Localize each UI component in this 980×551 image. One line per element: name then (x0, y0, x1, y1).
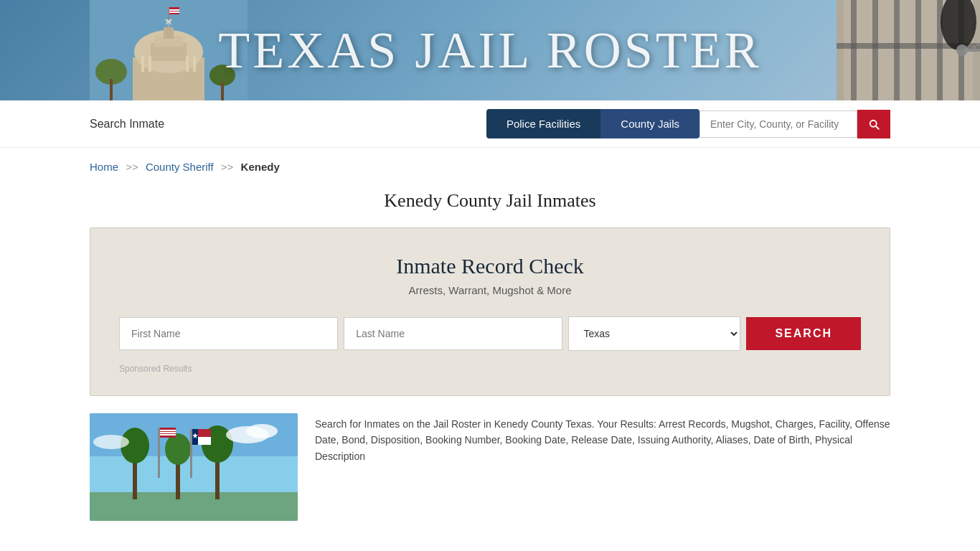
last-name-input[interactable] (344, 317, 562, 350)
svg-rect-19 (221, 83, 224, 100)
svg-rect-12 (168, 7, 169, 20)
svg-rect-51 (198, 429, 211, 437)
svg-rect-33 (976, 43, 979, 46)
facility-search-input[interactable] (699, 110, 857, 138)
header-banner: Texas Jail Roster (0, 0, 980, 100)
facility-search-button[interactable] (857, 110, 890, 138)
inmate-search-form: Texas Alabama Alaska Arizona Arkansas Ca… (119, 316, 861, 351)
svg-rect-46 (160, 432, 176, 433)
svg-rect-10 (186, 56, 189, 72)
jail-image (837, 0, 980, 100)
banner-title: Texas Jail Roster (218, 21, 761, 80)
bottom-description: Search for Inmates on the Jail Roster in… (315, 413, 890, 521)
record-check-section: Inmate Record Check Arrests, Warrant, Mu… (90, 227, 890, 396)
record-check-title: Inmate Record Check (119, 254, 861, 278)
svg-rect-24 (894, 0, 900, 100)
svg-rect-8 (141, 56, 144, 72)
svg-rect-52 (198, 437, 211, 445)
bottom-image (90, 413, 298, 521)
breadcrumb-current: Kenedy (241, 161, 280, 173)
svg-rect-15 (169, 11, 179, 13)
svg-rect-36 (90, 492, 298, 521)
svg-rect-11 (193, 56, 196, 72)
record-check-subtitle: Arrests, Warrant, Mugshot & More (119, 284, 861, 296)
svg-rect-23 (872, 0, 878, 100)
svg-point-40 (165, 433, 191, 465)
svg-rect-31 (968, 49, 980, 52)
sponsored-results-label: Sponsored Results (119, 364, 861, 374)
svg-point-30 (956, 44, 968, 56)
breadcrumb-sep2: >> (221, 161, 234, 173)
svg-rect-32 (973, 46, 976, 49)
nav-buttons: Police Facilities County Jails (486, 109, 890, 138)
svg-rect-48 (190, 429, 192, 478)
search-icon (867, 118, 880, 131)
page-title: Kenedy County Jail Inmates (0, 190, 980, 212)
police-facilities-button[interactable]: Police Facilities (486, 109, 600, 138)
svg-rect-14 (169, 9, 179, 11)
svg-point-55 (93, 435, 129, 449)
svg-rect-45 (160, 430, 176, 431)
svg-rect-17 (110, 79, 113, 100)
navbar: Search Inmate Police Facilities County J… (0, 100, 980, 148)
state-select[interactable]: Texas Alabama Alaska Arizona Arkansas Ca… (568, 316, 740, 351)
svg-rect-47 (160, 434, 176, 435)
svg-rect-43 (158, 428, 160, 478)
first-name-input[interactable] (119, 317, 338, 350)
svg-rect-22 (851, 0, 857, 100)
breadcrumb-home[interactable]: Home (90, 161, 118, 173)
svg-rect-5 (164, 27, 174, 39)
svg-point-54 (246, 424, 278, 438)
svg-rect-9 (149, 56, 151, 72)
svg-rect-25 (915, 0, 921, 100)
county-jails-button[interactable]: County Jails (600, 109, 699, 138)
breadcrumb-county-sheriff[interactable]: County Sheriff (146, 161, 214, 173)
bottom-section: Search for Inmates on the Jail Roster in… (90, 413, 890, 521)
breadcrumb-sep1: >> (126, 161, 138, 173)
search-button[interactable]: SEARCH (746, 317, 861, 350)
breadcrumb: Home >> County Sheriff >> Kenedy (0, 148, 980, 180)
search-inmate-label: Search Inmate (90, 118, 164, 131)
